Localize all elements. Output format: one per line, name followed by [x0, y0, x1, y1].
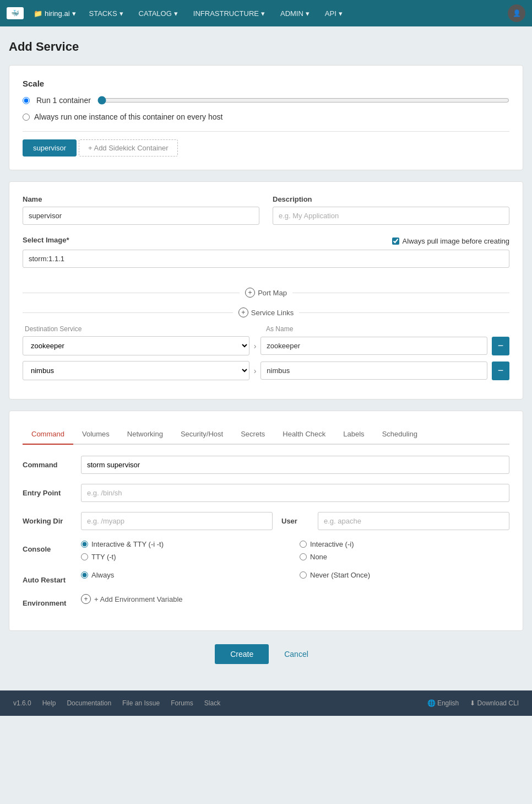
footer-slack[interactable]: Slack — [204, 699, 220, 707]
command-field-label: Command — [23, 456, 72, 469]
footer-file-issue[interactable]: File an Issue — [122, 699, 160, 707]
footer-help[interactable]: Help — [42, 699, 56, 707]
console-none-option: None — [300, 553, 509, 561]
footer: v1.6.0 Help Documentation File an Issue … — [0, 690, 532, 716]
tab-health-check[interactable]: Health Check — [274, 424, 334, 445]
page-content: Add Service Scale Run 1 container Always… — [0, 26, 532, 690]
workdir-user-fields: User — [81, 512, 509, 530]
tabs-bar: Command Volumes Networking Security/Host… — [23, 424, 509, 445]
tab-command[interactable]: Command — [23, 424, 73, 445]
user-input[interactable] — [318, 512, 509, 530]
nav-stacks[interactable]: STACKS ▾ — [82, 0, 131, 26]
service-link-2-dest-select[interactable]: nimbus zookeeper — [23, 361, 249, 380]
command-card: Command Volumes Networking Security/Host… — [9, 411, 523, 631]
scale-slider[interactable] — [97, 96, 509, 105]
select-image-label: Select Image* — [23, 236, 69, 244]
always-pull-label: Always pull image before creating — [403, 237, 509, 245]
as-name-col-header: As Name — [266, 325, 485, 333]
name-input[interactable] — [23, 207, 259, 225]
port-map-divider: + Port Map — [23, 288, 509, 298]
service-link-2-remove-button[interactable]: − — [492, 361, 509, 380]
add-environment-variable-button[interactable]: + + Add Environment Variable — [81, 594, 183, 604]
nav-admin[interactable]: ADMIN ▾ — [273, 0, 317, 26]
environment-label: Environment — [23, 594, 72, 607]
service-link-row-2: nimbus zookeeper › − — [23, 361, 509, 380]
footer-download-cli[interactable]: ⬇ Download CLI — [470, 699, 519, 707]
scale-always-radio[interactable] — [23, 114, 30, 121]
service-links-label[interactable]: + Service Links — [238, 307, 294, 317]
add-sidekick-button[interactable]: + Add Sidekick Container — [79, 139, 178, 157]
scale-run1-label: Run 1 container — [36, 96, 91, 105]
console-interactive-option: Interactive (-i) — [300, 540, 509, 548]
name-description-row: Name Description — [23, 195, 509, 225]
select-image-section: Select Image* Always pull image before c… — [23, 235, 509, 278]
supervisor-tab[interactable]: supervisor — [23, 139, 77, 157]
always-pull-row: Always pull image before creating — [392, 235, 509, 245]
create-button[interactable]: Create — [215, 644, 269, 664]
scale-run1-radio[interactable] — [23, 97, 30, 104]
nav-logo[interactable]: 🐳 — [7, 7, 24, 19]
tab-labels[interactable]: Labels — [334, 424, 373, 445]
stacks-chevron-icon: ▾ — [120, 9, 123, 18]
auto-restart-never-option: Never (Start Once) — [300, 571, 509, 579]
user-avatar[interactable]: 👤 — [508, 4, 525, 22]
nav-infrastructure[interactable]: INFRASTRUCTURE ▾ — [186, 0, 273, 26]
tab-scheduling[interactable]: Scheduling — [373, 424, 426, 445]
brand-folder-icon: 📁 — [34, 9, 42, 18]
auto-restart-row: Auto Restart Always Never (Start Once) — [23, 571, 509, 584]
nav-catalog[interactable]: CATALOG ▾ — [131, 0, 186, 26]
footer-language[interactable]: 🌐 English — [427, 699, 459, 707]
console-label: Console — [23, 540, 72, 553]
auto-restart-never-radio[interactable] — [300, 571, 307, 579]
console-tty-radio[interactable] — [81, 553, 88, 560]
catalog-chevron-icon: ▾ — [174, 9, 178, 18]
infrastructure-chevron-icon: ▾ — [261, 9, 265, 18]
nav-api[interactable]: API ▾ — [317, 0, 350, 26]
container-tabs-row: supervisor + Add Sidekick Container — [23, 131, 509, 157]
entry-point-label: Entry Point — [23, 484, 72, 497]
service-link-1-dest-select[interactable]: zookeeper nimbus — [23, 336, 249, 355]
name-group: Name — [23, 195, 259, 225]
arrow-icon-1: › — [254, 342, 257, 350]
command-input[interactable] — [81, 456, 509, 474]
footer-version: v1.6.0 — [13, 699, 31, 707]
tab-volumes[interactable]: Volumes — [73, 424, 118, 445]
service-links-divider: + Service Links — [23, 307, 509, 317]
entry-point-input[interactable] — [81, 484, 509, 502]
working-dir-label: Working Dir — [23, 512, 72, 525]
image-input[interactable] — [23, 250, 509, 268]
tab-security-host[interactable]: Security/Host — [172, 424, 232, 445]
service-link-1-remove-button[interactable]: − — [492, 337, 509, 355]
port-map-label[interactable]: + Port Map — [245, 288, 287, 298]
service-link-1-name-input[interactable] — [260, 337, 487, 355]
service-links-headers: Destination Service As Name — [23, 325, 509, 333]
auto-restart-always-radio[interactable] — [81, 571, 88, 579]
description-label: Description — [273, 195, 509, 203]
footer-documentation[interactable]: Documentation — [67, 699, 111, 707]
tab-networking[interactable]: Networking — [118, 424, 172, 445]
console-options: Interactive & TTY (-i -t) Interactive (-… — [81, 540, 509, 561]
console-interactive-radio[interactable] — [300, 541, 307, 548]
tab-secrets[interactable]: Secrets — [232, 424, 274, 445]
arrow-icon-2: › — [254, 366, 257, 375]
footer-forums[interactable]: Forums — [171, 699, 193, 707]
admin-chevron-icon: ▾ — [306, 9, 310, 18]
service-link-2-name-input[interactable] — [260, 361, 487, 380]
dest-service-col-header: Destination Service — [25, 325, 244, 333]
navigation: 🐳 📁 hiring.ai ▾ STACKS ▾ CATALOG ▾ INFRA… — [0, 0, 532, 26]
scale-section-title: Scale — [23, 79, 509, 88]
nav-brand[interactable]: 📁 hiring.ai ▾ — [28, 9, 82, 18]
console-interactive-tty-option: Interactive & TTY (-i -t) — [81, 540, 291, 548]
port-map-plus-icon: + — [245, 288, 255, 298]
add-env-plus-icon: + — [81, 594, 91, 604]
console-row: Console Interactive & TTY (-i -t) Intera… — [23, 540, 509, 561]
cancel-button[interactable]: Cancel — [275, 644, 317, 664]
console-none-radio[interactable] — [300, 553, 307, 560]
service-link-row-1: zookeeper nimbus › − — [23, 336, 509, 355]
working-dir-input[interactable] — [81, 512, 273, 530]
page-title: Add Service — [9, 40, 523, 54]
description-input[interactable] — [273, 207, 509, 225]
console-interactive-tty-radio[interactable] — [81, 541, 88, 548]
name-label: Name — [23, 195, 259, 203]
always-pull-checkbox[interactable] — [392, 238, 399, 245]
